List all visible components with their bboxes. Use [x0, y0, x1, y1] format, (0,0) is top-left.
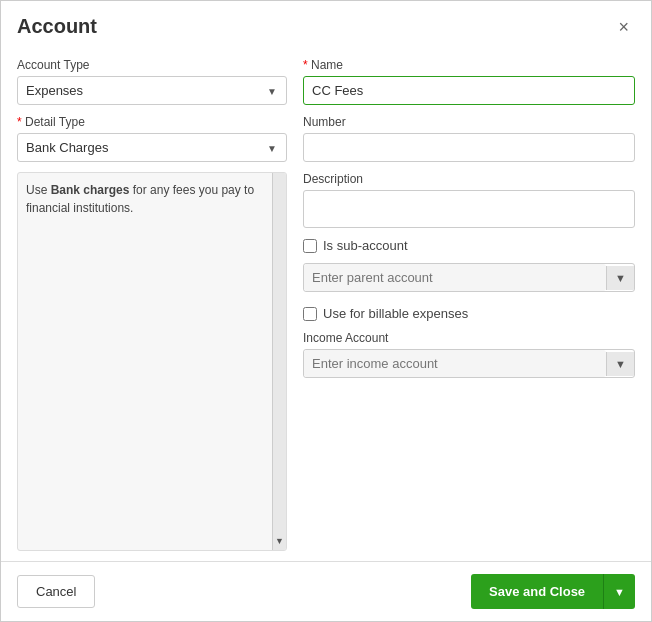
billable-row: Use for billable expenses: [303, 306, 635, 321]
cancel-button[interactable]: Cancel: [17, 575, 95, 608]
income-account-dropdown: ▼: [303, 349, 635, 378]
account-type-field: Account Type ExpensesIncomeAssetsLiabili…: [17, 58, 287, 105]
account-type-label: Account Type: [17, 58, 287, 72]
account-modal: Account × Account Type ExpensesIncomeAss…: [0, 0, 652, 622]
save-dropdown-icon: ▼: [614, 586, 625, 598]
modal-footer: Cancel Save and Close ▼: [1, 561, 651, 621]
close-button[interactable]: ×: [612, 16, 635, 38]
scroll-down-icon: ▼: [275, 535, 284, 549]
account-type-select-wrapper: ExpensesIncomeAssetsLiabilities: [17, 76, 287, 105]
number-input[interactable]: [303, 133, 635, 162]
income-account-input[interactable]: [304, 350, 606, 377]
name-field: * Name: [303, 58, 635, 105]
name-input[interactable]: [303, 76, 635, 105]
parent-account-input[interactable]: [304, 264, 606, 291]
sub-account-label[interactable]: Is sub-account: [323, 238, 408, 253]
sub-account-row: Is sub-account: [303, 238, 635, 253]
income-account-arrow[interactable]: ▼: [606, 352, 634, 376]
account-type-select[interactable]: ExpensesIncomeAssetsLiabilities: [17, 76, 287, 105]
left-column: Account Type ExpensesIncomeAssetsLiabili…: [17, 58, 287, 551]
info-box: Use Bank charges for any fees you pay to…: [17, 172, 287, 551]
save-button[interactable]: Save and Close: [471, 574, 603, 609]
modal-body: Account Type ExpensesIncomeAssetsLiabili…: [1, 48, 651, 561]
billable-checkbox[interactable]: [303, 307, 317, 321]
save-dropdown-button[interactable]: ▼: [603, 574, 635, 609]
detail-type-select[interactable]: Bank ChargesOther Expense: [17, 133, 287, 162]
detail-type-label: * Detail Type: [17, 115, 287, 129]
name-label: * Name: [303, 58, 635, 72]
description-label: Description: [303, 172, 635, 186]
income-account-field: Income Account ▼: [303, 331, 635, 378]
description-field: Description: [303, 172, 635, 228]
save-group: Save and Close ▼: [471, 574, 635, 609]
billable-label[interactable]: Use for billable expenses: [323, 306, 468, 321]
detail-type-select-wrapper: Bank ChargesOther Expense: [17, 133, 287, 162]
modal-header: Account ×: [1, 1, 651, 48]
detail-type-field: * Detail Type Bank ChargesOther Expense: [17, 115, 287, 162]
modal-title: Account: [17, 15, 97, 38]
parent-account-arrow[interactable]: ▼: [606, 266, 634, 290]
description-textarea[interactable]: [303, 190, 635, 228]
scroll-bar[interactable]: ▼: [272, 173, 286, 550]
number-label: Number: [303, 115, 635, 129]
sub-account-checkbox[interactable]: [303, 239, 317, 253]
info-text: Use Bank charges for any fees you pay to…: [26, 183, 254, 215]
right-column: * Name Number Description Is sub-account…: [303, 58, 635, 551]
income-account-label: Income Account: [303, 331, 635, 345]
parent-account-dropdown: ▼: [303, 263, 635, 292]
number-field: Number: [303, 115, 635, 162]
